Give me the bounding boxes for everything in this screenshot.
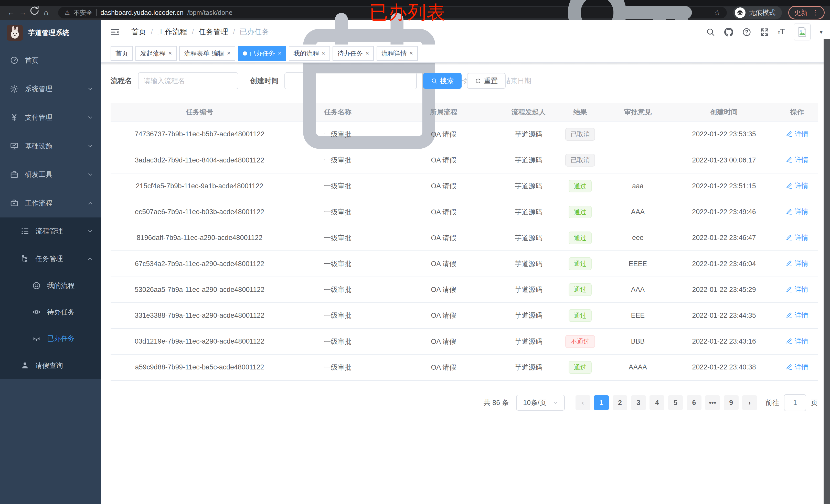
detail-link[interactable]: 详情	[786, 233, 808, 242]
collapse-sidebar-icon[interactable]	[110, 28, 120, 37]
page-button-4[interactable]: 4	[649, 395, 664, 410]
yen-icon	[10, 113, 19, 122]
github-icon[interactable]	[724, 28, 733, 37]
page-button-3[interactable]: 3	[631, 395, 646, 410]
search-button[interactable]: 搜索	[423, 73, 462, 89]
jump-page-input[interactable]	[784, 394, 806, 411]
pen-icon	[786, 208, 793, 215]
font-size-icon[interactable]: tT	[778, 28, 785, 36]
page-button-9[interactable]: 9	[724, 395, 739, 410]
page-button-6[interactable]: 6	[687, 395, 701, 410]
sidebar-item-label: 流程管理	[36, 227, 88, 236]
detail-link[interactable]: 详情	[786, 155, 808, 165]
forward-icon[interactable]: →	[17, 6, 28, 19]
date-range-picker[interactable]: -	[284, 72, 417, 89]
page-size-select[interactable]: 10条/页	[516, 395, 565, 411]
next-page-button[interactable]: ›	[742, 395, 757, 410]
table-row: 8196daff-7b9a-11ec-a290-acde48001122一级审批…	[110, 225, 818, 251]
pen-icon	[786, 286, 793, 293]
sidebar-item-请假查询[interactable]: 请假查询	[0, 352, 101, 379]
browser-menu-icon[interactable]: ⋮	[812, 9, 819, 16]
task-name-cell: 一级审批	[289, 329, 387, 354]
breadcrumb-item-任务管理[interactable]: 任务管理	[199, 27, 228, 37]
tab-close-icon[interactable]: ×	[365, 50, 369, 57]
tab-我的流程[interactable]: 我的流程×	[289, 46, 330, 61]
page-button-2[interactable]: 2	[613, 395, 628, 410]
chevron-down-icon[interactable]: ▾	[820, 29, 823, 36]
sidebar-submenu: 流程管理任务管理我的流程待办任务已办任务请假查询	[0, 217, 101, 379]
detail-link[interactable]: 详情	[786, 130, 808, 139]
sidebar-item-首页[interactable]: 首页	[0, 46, 101, 75]
help-icon[interactable]	[742, 28, 751, 37]
avatar[interactable]	[794, 24, 810, 40]
page-button-5[interactable]: 5	[668, 395, 683, 410]
tab-label: 已办任务	[250, 49, 275, 58]
action-cell: 详情	[776, 225, 818, 251]
window-scrollbar[interactable]	[824, 39, 830, 504]
sidebar-item-系统管理[interactable]: 系统管理	[0, 75, 101, 103]
reload-icon[interactable]	[29, 5, 40, 21]
fullscreen-icon[interactable]	[760, 28, 769, 37]
tab-发起流程[interactable]: 发起流程×	[135, 46, 177, 61]
sidebar-item-流程管理[interactable]: 流程管理	[0, 217, 101, 245]
detail-link[interactable]: 详情	[786, 207, 808, 216]
task-id-cell: 03d1219e-7b9a-11ec-a290-acde48001122	[110, 329, 289, 354]
comment-cell: eee	[603, 225, 672, 251]
detail-link-label: 详情	[795, 337, 808, 346]
tab-流程详情[interactable]: 流程详情×	[377, 46, 418, 61]
detail-link[interactable]: 详情	[786, 311, 808, 320]
comment-cell: aaa	[603, 173, 672, 199]
breadcrumb-item-工作流程[interactable]: 工作流程	[157, 27, 187, 37]
sidebar-item-我的流程[interactable]: 我的流程	[0, 272, 101, 299]
sidebar-item-待办任务[interactable]: 待办任务	[0, 299, 101, 325]
detail-link[interactable]: 详情	[786, 259, 808, 268]
url-host: dashboard.yudao.iocoder.cn	[100, 9, 184, 16]
update-button[interactable]: 更新 ⋮	[788, 6, 825, 20]
tab-首页[interactable]: 首页	[110, 46, 133, 61]
page-jump: 前往 页	[765, 394, 818, 411]
tags-view-bar: 首页发起流程×流程表单-编辑×已办任务×我的流程×待办任务×流程详情×	[101, 44, 830, 63]
more-pages-button[interactable]: •••	[705, 395, 720, 410]
tab-close-icon[interactable]: ×	[227, 50, 230, 57]
sidebar-item-基础设施[interactable]: 基础设施	[0, 132, 101, 160]
detail-link[interactable]: 详情	[786, 181, 808, 190]
breadcrumb-item-首页[interactable]: 首页	[131, 27, 146, 37]
sidebar-item-支付管理[interactable]: 支付管理	[0, 103, 101, 132]
tab-close-icon[interactable]: ×	[409, 50, 413, 57]
result-badge: 通过	[569, 206, 592, 219]
sidebar-item-label: 研发工具	[25, 170, 87, 179]
initiator-cell: 芋道源码	[500, 251, 557, 276]
detail-link-label: 详情	[795, 311, 808, 320]
tab-已办任务[interactable]: 已办任务×	[238, 46, 286, 61]
created-time-cell: 2022-01-23 00:06:17	[672, 147, 776, 173]
tab-待办任务[interactable]: 待办任务×	[332, 46, 374, 61]
tab-close-icon[interactable]: ×	[322, 50, 325, 57]
reset-button[interactable]: 重置	[467, 73, 506, 89]
detail-link[interactable]: 详情	[786, 285, 808, 294]
back-icon[interactable]: ←	[5, 6, 17, 19]
sidebar-item-已办任务[interactable]: 已办任务	[0, 325, 101, 351]
sidebar-item-任务管理[interactable]: 任务管理	[0, 245, 101, 272]
monitor-icon	[10, 142, 19, 150]
task-name-cell: 一级审批	[289, 251, 387, 276]
sidebar-item-工作流程[interactable]: 工作流程	[0, 189, 101, 217]
detail-link[interactable]: 详情	[786, 363, 808, 372]
detail-link[interactable]: 详情	[786, 337, 808, 346]
page-button-1[interactable]: 1	[594, 395, 609, 410]
process-name-input[interactable]	[138, 72, 238, 89]
table-row: 331e3388-7b9a-11ec-a290-acde48001122一级审批…	[110, 303, 818, 329]
breadcrumb-item-已办任务: 已办任务	[240, 27, 269, 37]
search-icon[interactable]	[706, 28, 715, 37]
home-icon[interactable]: ⌂	[40, 6, 52, 19]
tab-流程表单-编辑[interactable]: 流程表单-编辑×	[179, 46, 235, 61]
bookmark-star-icon[interactable]: ☆	[714, 9, 721, 16]
pen-icon	[786, 131, 793, 137]
process-cell: OA 请假	[387, 277, 500, 303]
tab-close-icon[interactable]: ×	[278, 50, 281, 57]
prev-page-button[interactable]: ‹	[576, 395, 590, 410]
sidebar-item-研发工具[interactable]: 研发工具	[0, 160, 101, 189]
pen-icon	[786, 312, 793, 319]
result-badge: 通过	[569, 257, 592, 270]
tab-close-icon[interactable]: ×	[168, 50, 172, 57]
result-cell: 已取消	[557, 147, 603, 173]
